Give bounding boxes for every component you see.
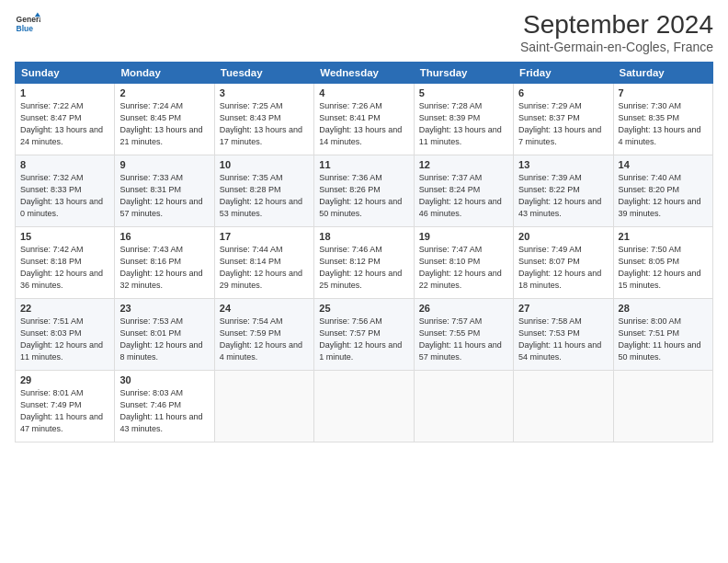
calendar-cell: 24Sunrise: 7:54 AMSunset: 7:59 PMDayligh… xyxy=(214,298,313,370)
day-info: Sunrise: 7:43 AMSunset: 8:16 PMDaylight:… xyxy=(119,244,209,292)
day-number: 11 xyxy=(319,159,408,170)
weekday-header-friday: Friday xyxy=(514,62,613,83)
day-info: Sunrise: 7:57 AMSunset: 7:55 PMDaylight:… xyxy=(419,316,508,363)
day-number: 26 xyxy=(419,303,508,314)
month-title: September 2024 xyxy=(520,11,713,40)
day-number: 7 xyxy=(619,87,708,98)
day-number: 30 xyxy=(119,374,209,385)
day-number: 6 xyxy=(518,87,608,98)
day-info: Sunrise: 7:51 AMSunset: 8:03 PMDaylight:… xyxy=(20,316,109,363)
page-header: General Blue September 2024 Saint-Germai… xyxy=(15,11,713,54)
calendar-cell: 1Sunrise: 7:22 AMSunset: 8:47 PMDaylight… xyxy=(16,83,115,155)
calendar-page: General Blue September 2024 Saint-Germai… xyxy=(0,0,728,563)
calendar-cell: 26Sunrise: 7:57 AMSunset: 7:55 PMDayligh… xyxy=(414,298,513,370)
weekday-header-sunday: Sunday xyxy=(16,62,115,83)
day-number: 22 xyxy=(20,303,109,314)
day-info: Sunrise: 7:40 AMSunset: 8:20 PMDaylight:… xyxy=(619,172,708,220)
day-number: 23 xyxy=(119,303,209,314)
day-info: Sunrise: 7:49 AMSunset: 8:07 PMDaylight:… xyxy=(518,244,608,292)
day-info: Sunrise: 7:54 AMSunset: 7:59 PMDaylight:… xyxy=(220,316,309,363)
calendar-cell: 12Sunrise: 7:37 AMSunset: 8:24 PMDayligh… xyxy=(414,155,513,226)
weekday-header-wednesday: Wednesday xyxy=(314,62,414,83)
calendar-cell: 27Sunrise: 7:58 AMSunset: 7:53 PMDayligh… xyxy=(514,298,613,370)
calendar-table: SundayMondayTuesdayWednesdayThursdayFrid… xyxy=(15,62,713,442)
weekday-header-thursday: Thursday xyxy=(414,62,513,83)
day-info: Sunrise: 7:39 AMSunset: 8:22 PMDaylight:… xyxy=(518,172,608,220)
day-number: 8 xyxy=(20,159,109,170)
calendar-cell: 10Sunrise: 7:35 AMSunset: 8:28 PMDayligh… xyxy=(214,155,313,226)
day-info: Sunrise: 7:26 AMSunset: 8:41 PMDaylight:… xyxy=(319,100,408,148)
calendar-cell: 7Sunrise: 7:30 AMSunset: 8:35 PMDaylight… xyxy=(613,83,712,155)
calendar-cell: 5Sunrise: 7:28 AMSunset: 8:39 PMDaylight… xyxy=(414,83,513,155)
day-info: Sunrise: 7:36 AMSunset: 8:26 PMDaylight:… xyxy=(319,172,408,220)
day-number: 12 xyxy=(419,159,508,170)
calendar-week-row: 1Sunrise: 7:22 AMSunset: 8:47 PMDaylight… xyxy=(16,83,713,155)
calendar-cell xyxy=(414,370,513,442)
calendar-cell: 22Sunrise: 7:51 AMSunset: 8:03 PMDayligh… xyxy=(16,298,115,370)
day-number: 1 xyxy=(20,87,109,98)
day-number: 9 xyxy=(119,159,209,170)
day-number: 4 xyxy=(319,87,408,98)
day-number: 21 xyxy=(619,231,708,242)
calendar-cell: 29Sunrise: 8:01 AMSunset: 7:49 PMDayligh… xyxy=(16,370,115,442)
calendar-cell: 13Sunrise: 7:39 AMSunset: 8:22 PMDayligh… xyxy=(514,155,613,226)
day-info: Sunrise: 8:01 AMSunset: 7:49 PMDaylight:… xyxy=(20,387,109,435)
day-number: 17 xyxy=(220,231,309,242)
day-info: Sunrise: 7:29 AMSunset: 8:37 PMDaylight:… xyxy=(518,100,608,148)
day-info: Sunrise: 7:56 AMSunset: 7:57 PMDaylight:… xyxy=(319,316,408,363)
day-number: 24 xyxy=(220,303,309,314)
calendar-cell: 23Sunrise: 7:53 AMSunset: 8:01 PMDayligh… xyxy=(115,298,214,370)
weekday-header-tuesday: Tuesday xyxy=(214,62,313,83)
day-number: 25 xyxy=(319,303,408,314)
day-number: 3 xyxy=(220,87,309,98)
location-subtitle: Saint-Germain-en-Cogles, France xyxy=(520,40,713,54)
calendar-cell: 4Sunrise: 7:26 AMSunset: 8:41 PMDaylight… xyxy=(314,83,414,155)
day-info: Sunrise: 7:32 AMSunset: 8:33 PMDaylight:… xyxy=(20,172,109,220)
day-info: Sunrise: 7:33 AMSunset: 8:31 PMDaylight:… xyxy=(119,172,209,220)
calendar-cell: 28Sunrise: 8:00 AMSunset: 7:51 PMDayligh… xyxy=(613,298,712,370)
calendar-cell: 19Sunrise: 7:47 AMSunset: 8:10 PMDayligh… xyxy=(414,226,513,298)
day-info: Sunrise: 7:50 AMSunset: 8:05 PMDaylight:… xyxy=(619,244,708,292)
calendar-cell: 2Sunrise: 7:24 AMSunset: 8:45 PMDaylight… xyxy=(115,83,214,155)
day-number: 16 xyxy=(119,231,209,242)
day-number: 5 xyxy=(419,87,508,98)
day-number: 27 xyxy=(518,303,608,314)
day-number: 14 xyxy=(619,159,708,170)
day-info: Sunrise: 7:28 AMSunset: 8:39 PMDaylight:… xyxy=(419,100,508,148)
calendar-week-row: 8Sunrise: 7:32 AMSunset: 8:33 PMDaylight… xyxy=(16,155,713,226)
day-info: Sunrise: 7:25 AMSunset: 8:43 PMDaylight:… xyxy=(220,100,309,148)
calendar-cell xyxy=(214,370,313,442)
calendar-cell: 15Sunrise: 7:42 AMSunset: 8:18 PMDayligh… xyxy=(16,226,115,298)
day-number: 19 xyxy=(419,231,508,242)
day-number: 15 xyxy=(20,231,109,242)
calendar-cell: 30Sunrise: 8:03 AMSunset: 7:46 PMDayligh… xyxy=(115,370,214,442)
calendar-cell: 16Sunrise: 7:43 AMSunset: 8:16 PMDayligh… xyxy=(115,226,214,298)
calendar-cell: 21Sunrise: 7:50 AMSunset: 8:05 PMDayligh… xyxy=(613,226,712,298)
calendar-cell: 25Sunrise: 7:56 AMSunset: 7:57 PMDayligh… xyxy=(314,298,414,370)
day-number: 28 xyxy=(619,303,708,314)
day-info: Sunrise: 7:35 AMSunset: 8:28 PMDaylight:… xyxy=(220,172,309,220)
logo-icon: General Blue xyxy=(15,11,40,37)
calendar-cell: 14Sunrise: 7:40 AMSunset: 8:20 PMDayligh… xyxy=(613,155,712,226)
day-number: 10 xyxy=(220,159,309,170)
day-info: Sunrise: 7:53 AMSunset: 8:01 PMDaylight:… xyxy=(119,316,209,363)
calendar-week-row: 22Sunrise: 7:51 AMSunset: 8:03 PMDayligh… xyxy=(16,298,713,370)
day-info: Sunrise: 7:58 AMSunset: 7:53 PMDaylight:… xyxy=(518,316,608,363)
day-info: Sunrise: 7:37 AMSunset: 8:24 PMDaylight:… xyxy=(419,172,508,220)
day-number: 18 xyxy=(319,231,408,242)
calendar-cell: 11Sunrise: 7:36 AMSunset: 8:26 PMDayligh… xyxy=(314,155,414,226)
day-number: 20 xyxy=(518,231,608,242)
calendar-cell xyxy=(514,370,613,442)
calendar-cell: 20Sunrise: 7:49 AMSunset: 8:07 PMDayligh… xyxy=(514,226,613,298)
calendar-cell: 9Sunrise: 7:33 AMSunset: 8:31 PMDaylight… xyxy=(115,155,214,226)
day-info: Sunrise: 7:46 AMSunset: 8:12 PMDaylight:… xyxy=(319,244,408,292)
calendar-cell xyxy=(613,370,712,442)
title-area: September 2024 Saint-Germain-en-Cogles, … xyxy=(520,11,713,54)
weekday-header-monday: Monday xyxy=(115,62,214,83)
day-info: Sunrise: 7:24 AMSunset: 8:45 PMDaylight:… xyxy=(119,100,209,148)
day-info: Sunrise: 8:00 AMSunset: 7:51 PMDaylight:… xyxy=(619,316,708,363)
calendar-cell: 18Sunrise: 7:46 AMSunset: 8:12 PMDayligh… xyxy=(314,226,414,298)
day-info: Sunrise: 7:30 AMSunset: 8:35 PMDaylight:… xyxy=(619,100,708,148)
day-info: Sunrise: 7:47 AMSunset: 8:10 PMDaylight:… xyxy=(419,244,508,292)
day-info: Sunrise: 8:03 AMSunset: 7:46 PMDaylight:… xyxy=(119,387,209,435)
